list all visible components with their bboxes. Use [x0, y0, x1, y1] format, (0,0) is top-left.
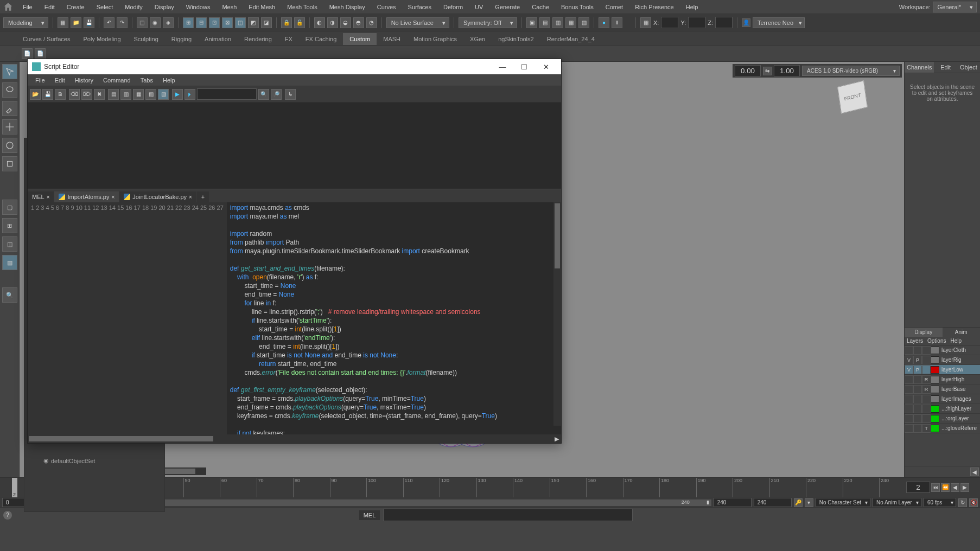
script-editor-output[interactable]	[28, 102, 561, 189]
layer-color-swatch[interactable]	[931, 395, 939, 403]
se-menu-help[interactable]: Help	[158, 75, 180, 85]
layer-playback-toggle[interactable]	[913, 424, 922, 433]
layer-vis-toggle[interactable]	[905, 405, 913, 413]
z-field[interactable]	[715, 17, 733, 28]
menu-edit[interactable]: Edit	[39, 2, 60, 12]
menu-mesh-display[interactable]: Mesh Display	[324, 2, 371, 12]
menu-edit-mesh[interactable]: Edit Mesh	[243, 2, 281, 12]
layer-row[interactable]: layerImages	[905, 394, 980, 404]
close-button[interactable]: ✕	[535, 59, 557, 74]
range-end-field[interactable]	[714, 498, 752, 507]
se-tab-close-icon[interactable]: ×	[189, 194, 192, 200]
menu-uv[interactable]: UV	[469, 2, 488, 12]
se-show-history-icon[interactable]: ▤	[108, 89, 119, 100]
open-scene-icon[interactable]: 📁	[71, 17, 81, 28]
snap-point-icon[interactable]: ⊡	[209, 17, 220, 28]
menu-display[interactable]: Display	[149, 2, 180, 12]
shelf-tab-xgen[interactable]: XGen	[463, 33, 492, 45]
layer-ref-toggle[interactable]	[922, 395, 931, 403]
se-vscrollbar[interactable]	[553, 202, 561, 426]
render-view-icon[interactable]: ▧	[578, 17, 589, 28]
range-slider-track[interactable]: ▮ 240 ▮	[82, 499, 711, 506]
layer-color-swatch[interactable]	[931, 405, 939, 413]
select-hierarchy-icon[interactable]: ⬚	[137, 17, 148, 28]
layer-ref-toggle[interactable]	[922, 405, 931, 413]
paint-select-tool[interactable]	[2, 101, 17, 116]
layer-tab-display[interactable]: Display	[905, 328, 943, 337]
lasso-tool[interactable]	[2, 82, 17, 98]
shelf-tab-rigging[interactable]: Rigging	[165, 33, 198, 45]
menu-modify[interactable]: Modify	[119, 2, 148, 12]
layer-color-swatch[interactable]	[931, 366, 939, 374]
shelf-script2-icon[interactable]: 📄	[35, 48, 46, 59]
layer-scroll-left-icon[interactable]: ◀	[970, 467, 979, 476]
layer-color-swatch[interactable]	[931, 386, 939, 393]
render-globals-icon[interactable]: ▦	[565, 17, 576, 28]
se-tab-mel[interactable]: MEL×	[28, 191, 54, 202]
layer-color-swatch[interactable]	[931, 347, 939, 354]
layer-row[interactable]: V P layerRig	[905, 355, 980, 365]
select-object-icon[interactable]: ◉	[150, 17, 161, 28]
shelf-script1-icon[interactable]: 📄	[22, 48, 33, 59]
shelf-tab-fx-caching[interactable]: FX Caching	[299, 33, 343, 45]
se-search-icon[interactable]: 🔍	[258, 89, 269, 100]
charset-dropdown[interactable]: No Character Set	[816, 498, 870, 507]
se-save-all-icon[interactable]: 🗎	[55, 89, 66, 100]
layer-vis-toggle[interactable]	[905, 385, 913, 394]
layer-vis-toggle[interactable]: V	[905, 356, 913, 364]
se-menu-history[interactable]: History	[71, 75, 98, 85]
se-tab-jointlocatorbake-py[interactable]: JointLocatorBake.py×	[119, 191, 196, 202]
layer-row[interactable]: R layerBase	[905, 385, 980, 394]
se-echo-icon[interactable]: ▧	[145, 89, 156, 100]
layer-ref-toggle[interactable]	[922, 356, 931, 364]
layer-name[interactable]: layerCloth	[939, 347, 980, 353]
se-clear-all-icon[interactable]: ✖	[94, 89, 105, 100]
mode-dropdown[interactable]: Modeling	[3, 17, 48, 28]
lock-icon[interactable]: 🔒	[281, 17, 292, 28]
menu-mesh-tools[interactable]: Mesh Tools	[282, 2, 322, 12]
loop-icon[interactable]: ↻	[958, 498, 967, 507]
help-icon[interactable]: ?	[3, 511, 12, 520]
script-editor-titlebar[interactable]: Script Editor — ☐ ✕	[28, 59, 561, 74]
redo-icon[interactable]: ↷	[117, 17, 128, 28]
live-surface-dropdown[interactable]: No Live Surface	[386, 17, 449, 28]
shelf-tab-poly-modeling[interactable]: Poly Modeling	[77, 33, 127, 45]
enable-viewport-icon[interactable]: ●	[599, 17, 609, 28]
account-icon[interactable]: 👤	[742, 18, 750, 27]
view-cube-face[interactable]: FRONT	[837, 80, 868, 114]
shelf-tab-mash[interactable]: MASH	[377, 33, 407, 45]
select-tool[interactable]	[2, 64, 17, 79]
layer-playback-toggle[interactable]	[913, 346, 922, 355]
shelf-tab-fx[interactable]: FX	[278, 33, 299, 45]
menu-cache[interactable]: Cache	[526, 2, 555, 12]
layer-playback-toggle[interactable]	[913, 405, 922, 413]
history-on-icon[interactable]: ◐	[314, 17, 325, 28]
menu-windows[interactable]: Windows	[181, 2, 216, 12]
layer-vis-toggle[interactable]	[905, 424, 913, 433]
layout-single-icon[interactable]: ▢	[2, 200, 17, 215]
layer-vis-toggle[interactable]	[905, 346, 913, 355]
command-input[interactable]	[383, 509, 633, 521]
snap-live-icon[interactable]: ◩	[248, 17, 259, 28]
playback-pref-icon[interactable]: ▾	[805, 498, 813, 507]
menu-select[interactable]: Select	[91, 2, 119, 12]
snap-plane-icon[interactable]: ⊠	[222, 17, 233, 28]
layer-vis-toggle[interactable]	[905, 414, 913, 423]
ipr-icon[interactable]: ▤	[539, 17, 550, 28]
se-tab-close-icon[interactable]: ×	[47, 194, 50, 200]
layer-name[interactable]: ...:highLayer	[939, 406, 980, 412]
goto-start-icon[interactable]: ⏮	[931, 483, 940, 492]
menu-create[interactable]: Create	[61, 2, 90, 12]
layer-row[interactable]: layerCloth	[905, 345, 980, 355]
workspace-dropdown[interactable]: General*	[933, 2, 977, 12]
se-menu-tabs[interactable]: Tabs	[136, 75, 157, 85]
shelf-tab-custom[interactable]: Custom	[343, 33, 377, 45]
history-cb-icon[interactable]: ◔	[366, 17, 377, 28]
save-scene-icon[interactable]: 💾	[84, 17, 94, 28]
scale-tool[interactable]	[2, 156, 17, 171]
layer-playback-toggle[interactable]: P	[913, 366, 922, 374]
layer-name[interactable]: layerLow	[939, 367, 980, 373]
symmetry-dropdown[interactable]: Symmetry: Off	[459, 17, 517, 28]
autokey-icon[interactable]: 🔑	[794, 498, 803, 507]
gamma-a-field[interactable]	[735, 65, 761, 76]
